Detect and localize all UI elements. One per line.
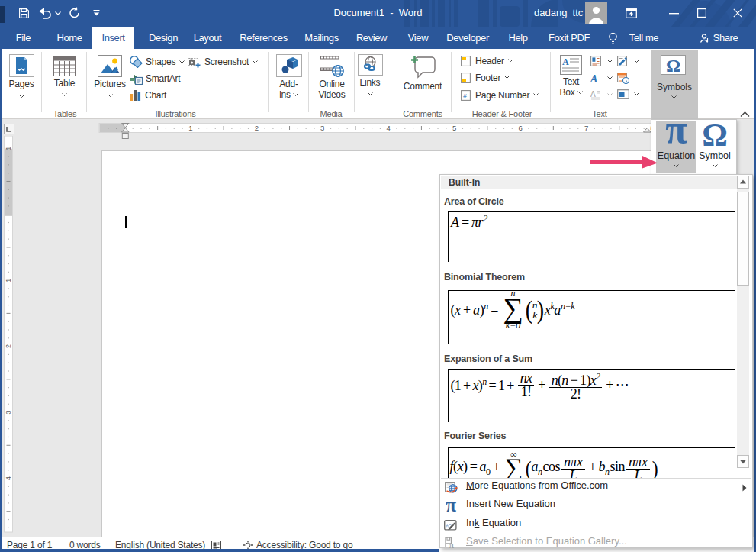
svg-text:A: A (590, 90, 596, 98)
svg-text:1: 1 (5, 279, 12, 282)
svg-text:A: A (562, 56, 569, 67)
svg-text:4: 4 (387, 124, 391, 132)
svg-text:1: 1 (188, 124, 192, 132)
svg-text:6: 6 (518, 124, 522, 132)
svg-text:#: # (463, 92, 467, 99)
svg-text:A: A (590, 73, 597, 84)
svg-text:2: 2 (5, 344, 12, 348)
svg-text:3: 3 (5, 411, 12, 415)
svg-text:1: 1 (5, 147, 12, 150)
svg-text:π: π (449, 540, 455, 549)
svg-text:4: 4 (5, 476, 12, 480)
svg-text:7: 7 (584, 124, 588, 132)
svg-text:5: 5 (452, 124, 456, 132)
svg-text:3: 3 (320, 124, 324, 132)
svg-text:2: 2 (255, 124, 259, 132)
